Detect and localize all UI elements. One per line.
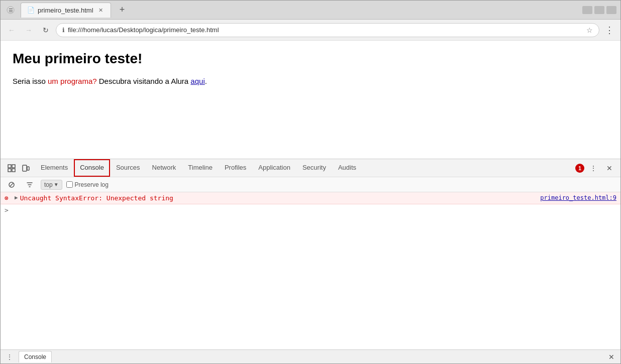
error-message: Uncaught SyntaxError: Unexpected string (20, 194, 541, 202)
console-error-row: ⊗ ▶ Uncaught SyntaxError: Unexpected str… (1, 192, 620, 204)
preserve-log-label[interactable]: Preserve log (66, 181, 109, 188)
nav-bar: ← → ↻ ℹ file:///home/lucas/Desktop/logic… (1, 20, 620, 41)
tab-network[interactable]: Network (146, 159, 182, 177)
expand-arrow-icon[interactable]: ▶ (15, 194, 18, 201)
dropdown-arrow-icon: ▼ (54, 182, 59, 187)
text-after: . (205, 77, 207, 85)
device-mode-button[interactable] (19, 161, 33, 175)
page-title: Meu primeiro teste! (13, 51, 608, 67)
svg-line-9 (10, 183, 13, 186)
browser-tab[interactable]: 📄 primeiro_teste.html ✕ (21, 3, 111, 18)
svg-rect-3 (12, 165, 15, 168)
error-count-badge: 1 (575, 164, 584, 173)
tab-console[interactable]: Console (74, 159, 110, 177)
alura-link[interactable]: aqui (190, 77, 204, 85)
devtools-tabs: Elements Console Sources Network Timelin… (35, 159, 362, 177)
tab-file-icon: 📄 (27, 7, 35, 14)
forward-button[interactable]: → (22, 23, 36, 37)
close-window-button[interactable] (606, 6, 616, 14)
devtools-more-button[interactable]: ⋮ (586, 161, 600, 175)
browser-menu-icon[interactable]: ☰ (5, 4, 17, 16)
back-button[interactable]: ← (5, 23, 19, 37)
console-filter-toggle[interactable] (23, 178, 37, 192)
address-bar[interactable]: ℹ file:///home/lucas/Desktop/logica/prim… (56, 23, 599, 37)
preserve-log-checkbox[interactable] (66, 181, 73, 188)
console-input-row: > (1, 204, 620, 216)
text-middle: Descubra visitando a Alura (97, 77, 191, 85)
devtools-panel: Elements Console Sources Network Timelin… (1, 159, 620, 349)
svg-rect-2 (8, 165, 11, 168)
error-file-reference[interactable]: primeiro_teste.html:9 (540, 194, 616, 201)
window-controls (582, 6, 616, 14)
maximize-button[interactable] (594, 6, 604, 14)
bottom-console-tab[interactable]: Console (19, 351, 52, 362)
svg-text:☰: ☰ (9, 8, 13, 13)
svg-rect-7 (27, 167, 29, 170)
tab-application[interactable]: Application (252, 159, 296, 177)
tab-profiles[interactable]: Profiles (219, 159, 252, 177)
devtools-right-controls: 1 ⋮ ✕ (575, 161, 616, 175)
bookmark-icon[interactable]: ☆ (586, 26, 593, 34)
tab-sources[interactable]: Sources (110, 159, 146, 177)
reload-button[interactable]: ↻ (39, 23, 53, 37)
bottom-close-button[interactable]: ✕ (606, 352, 616, 362)
text-before: Seria isso (13, 77, 48, 85)
tab-close-button[interactable]: ✕ (96, 6, 105, 14)
error-circle-icon: ⊗ (5, 194, 13, 202)
browser-window: ☰ 📄 primeiro_teste.html ✕ + ← → ↻ ℹ file… (0, 0, 621, 364)
tab-timeline[interactable]: Timeline (182, 159, 219, 177)
tab-elements[interactable]: Elements (35, 159, 74, 177)
devtools-settings-icon[interactable]: ⋮ (5, 352, 15, 362)
context-label: top (44, 181, 53, 188)
console-filter-bar: top ▼ Preserve log (1, 177, 620, 192)
more-options-button[interactable]: ⋮ (602, 23, 616, 37)
text-red: um programa? (48, 77, 97, 85)
title-bar: ☰ 📄 primeiro_teste.html ✕ + (1, 1, 620, 20)
tab-title: primeiro_teste.html (38, 7, 93, 14)
page-body-text: Seria isso um programa? Descubra visitan… (13, 77, 608, 85)
devtools-close-button[interactable]: ✕ (602, 161, 616, 175)
console-prompt: > (5, 206, 9, 214)
security-icon: ℹ (62, 27, 65, 34)
preserve-log-text: Preserve log (75, 181, 109, 188)
context-selector[interactable]: top ▼ (41, 180, 62, 190)
devtools-toolbar: Elements Console Sources Network Timelin… (1, 159, 620, 177)
console-output: ⊗ ▶ Uncaught SyntaxError: Unexpected str… (1, 192, 620, 349)
console-clear-button[interactable] (5, 178, 19, 192)
url-text: file:///home/lucas/Desktop/logica/primei… (68, 26, 583, 34)
svg-rect-5 (12, 169, 15, 172)
page-content: Meu primeiro teste! Seria isso um progra… (1, 41, 620, 159)
minimize-button[interactable] (582, 6, 592, 14)
svg-rect-6 (23, 165, 27, 171)
tab-security[interactable]: Security (296, 159, 332, 177)
inspect-element-button[interactable] (5, 161, 19, 175)
svg-rect-4 (8, 169, 11, 172)
tab-audits[interactable]: Audits (332, 159, 362, 177)
bottom-bar: ⋮ Console ✕ (1, 349, 620, 363)
new-tab-button[interactable]: + (115, 3, 129, 17)
